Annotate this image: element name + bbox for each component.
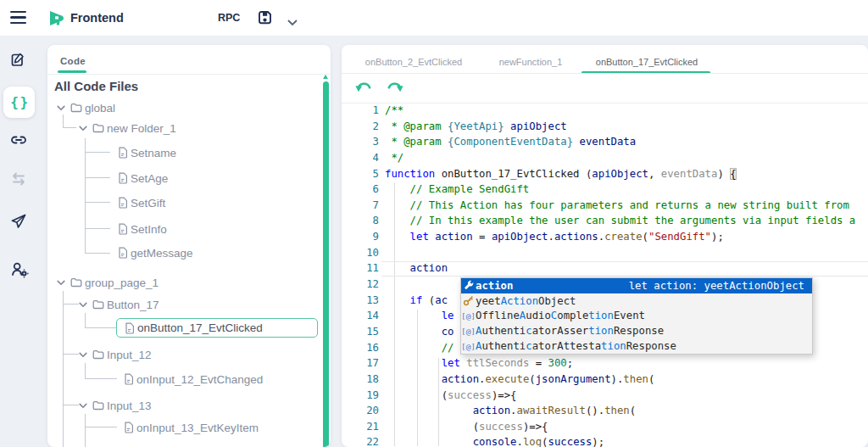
file-tree: globalnew Folder_1SetnameSetAgeSetGiftSe… [47, 45, 331, 447]
folder-icon [92, 400, 104, 411]
menu-icon[interactable] [10, 11, 26, 25]
bot-settings-icon[interactable] [10, 261, 27, 278]
folder-icon [92, 123, 104, 133]
chevron-down-icon [79, 302, 87, 308]
code-section-button[interactable]: {} [3, 87, 35, 118]
key-icon [461, 295, 476, 306]
tree-item-label: global [85, 102, 115, 115]
tree-item-setgift[interactable]: SetGift [118, 193, 165, 213]
line-number: 17 [342, 355, 379, 372]
code-files-panel: Code All Code Files globalnew Folder_1Se… [47, 45, 331, 447]
line-number: 7 [342, 198, 379, 214]
app-title: Frontend [70, 11, 124, 25]
line-number: 8 [342, 213, 379, 229]
tree-connector-line [63, 304, 79, 305]
tree-item-input-12[interactable]: Input_12 [79, 344, 152, 365]
tree-item-label: SetGift [131, 197, 165, 210]
tree-item-label: Input_13 [107, 400, 152, 412]
redo-button[interactable] [386, 81, 404, 96]
folder-icon [92, 349, 104, 360]
tree-item-group-page-1[interactable]: group_page_1 [57, 272, 159, 293]
tree-connector-line [63, 115, 64, 128]
code-edit-icon[interactable] [10, 52, 27, 69]
editor-tab-3[interactable]: onButton_17_EvtClicked [596, 57, 698, 67]
tree-item-setage[interactable]: SetAge [118, 168, 168, 188]
code-line: 19 (success)=>{ [342, 388, 868, 404]
file-icon [118, 197, 128, 209]
swap-arrows-icon[interactable] [10, 171, 27, 188]
line-number: 13 [342, 293, 379, 309]
tree-item-button-17[interactable]: Button_17 [79, 294, 159, 315]
code-line: 8 // In this example the user can submit… [342, 213, 868, 229]
file-icon [124, 373, 134, 385]
chevron-down-icon[interactable] [287, 14, 298, 30]
tree-item-global[interactable]: global [57, 98, 115, 118]
chevron-down-icon [79, 126, 87, 131]
file-icon [118, 247, 128, 259]
tree-item-setinfo[interactable]: SetInfo [118, 219, 167, 239]
suggestion-item[interactable]: [@]OfflineAudioCompletionEvent [461, 309, 812, 324]
autocomplete-popup: actionlet action: yeetActionObjectyeetAc… [460, 277, 813, 355]
app-window: Frontend RPC {} Code Al [0, 0, 868, 447]
scrollbar-up-arrow[interactable] [323, 75, 328, 79]
chevron-down-icon [57, 105, 65, 111]
tree-connector-line [85, 378, 117, 379]
save-button[interactable] [257, 9, 273, 29]
tree-item-label: group_page_1 [85, 277, 159, 289]
tree-item-getmessage[interactable]: getMessage [118, 243, 193, 263]
undo-button[interactable] [355, 81, 374, 96]
divider [342, 73, 868, 74]
code-line: 22 console.log(success); [342, 434, 868, 447]
tree-item-label: SetAge [131, 172, 168, 185]
code-line: 2 * @param {YeetApi} apiObject [342, 119, 868, 135]
tree-connector-line [63, 291, 64, 447]
tree-connector-line [85, 414, 86, 447]
code-line: 17 let ttlSeconds = 300; [342, 355, 868, 372]
tree-item-oninput-12-evtchanged[interactable]: onInput_12_EvtChanged [124, 369, 263, 389]
line-number: 2 [342, 119, 379, 135]
tree-connector-line [85, 202, 110, 203]
tree-scrollbar[interactable] [323, 81, 329, 447]
line-number: 15 [342, 324, 379, 340]
top-bar: Frontend RPC [0, 0, 868, 36]
line-number: 9 [342, 229, 379, 245]
tree-item-new-folder-1[interactable]: new Folder_1 [79, 118, 176, 138]
send-icon[interactable] [10, 213, 27, 230]
tree-item-label: onButton_17_EvtClicked [137, 321, 263, 334]
tree-item-oninput-13-evtkeyitem[interactable]: onInput_13_EvtKeyItem [124, 417, 259, 438]
tree-item-label: Button_17 [107, 299, 159, 311]
editor-tab-2[interactable]: newFunction_1 [499, 57, 563, 67]
code-line: 10 [342, 245, 868, 261]
folder-icon [70, 103, 82, 113]
icon-rail: {} [0, 36, 45, 447]
tree-connector-line [63, 354, 79, 355]
suggestion-item[interactable]: actionlet action: yeetActionObject [461, 278, 812, 293]
line-number: 22 [342, 434, 379, 447]
tree-item-input-13[interactable]: Input_13 [79, 395, 152, 416]
braces-icon: {} [8, 94, 29, 110]
link-icon[interactable] [10, 131, 27, 148]
suggestion-item[interactable]: yeetActionObject [461, 293, 812, 309]
code-line: 5function onButton_17_EvtClicked (apiObj… [342, 166, 868, 182]
code-line: 20 action.awaitResult().then( [342, 403, 868, 419]
tree-item-setname[interactable]: Setname [118, 142, 176, 163]
editor-tab-1[interactable]: onButton_2_EvtClicked [365, 57, 462, 67]
tree-item-label: new Folder_1 [107, 122, 176, 135]
suggestion-item[interactable]: [@]AuthenticatorAttestationResponse [461, 338, 812, 354]
tree-connector-line [85, 228, 110, 229]
tree-connector-line [85, 363, 86, 379]
tree-connector-line [85, 327, 116, 328]
tree-connector-line [63, 127, 76, 128]
line-number: 4 [342, 150, 379, 166]
line-number: 19 [342, 388, 379, 404]
chevron-down-icon [79, 403, 87, 409]
file-icon [124, 422, 134, 433]
tree-connector-line [63, 405, 79, 405]
code-line: 1/** [342, 103, 868, 119]
line-number: 18 [342, 372, 379, 388]
code-editor[interactable]: 1/**2 * @param {YeetApi} apiObject3 * @p… [342, 103, 868, 447]
suggestion-item[interactable]: [@]AuthenticatorAssertionResponse [461, 323, 812, 338]
line-number: 20 [342, 403, 379, 419]
tree-item-label: onInput_12_EvtChanged [136, 373, 263, 386]
tree-item-onbutton-17-evtclicked[interactable]: onButton_17_EvtClicked [116, 318, 318, 338]
